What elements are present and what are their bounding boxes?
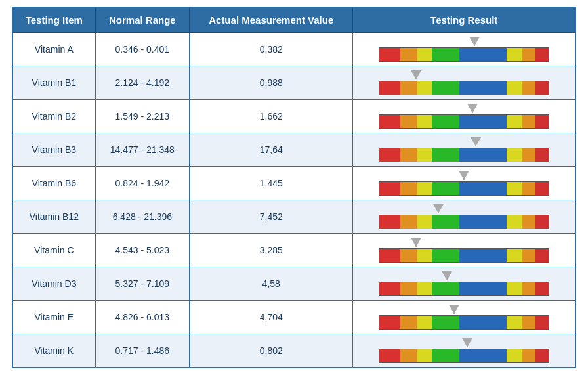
- testing-item-cell: Vitamin B2: [12, 100, 95, 133]
- normal-range-cell: 4.826 - 6.013: [95, 301, 189, 334]
- testing-item-cell: Vitamin K: [12, 334, 95, 368]
- result-bar: [379, 315, 549, 330]
- measurement-cell: 1,662: [190, 100, 353, 133]
- table-row: Vitamin D35.327 - 7.1094,58: [12, 267, 576, 301]
- column-header: Testing Result: [353, 7, 576, 33]
- testing-item-cell: Vitamin A: [12, 33, 95, 66]
- normal-range-cell: 0.346 - 0.401: [95, 33, 189, 66]
- normal-range-cell: 4.543 - 5.023: [95, 234, 189, 267]
- measurement-cell: 3,285: [190, 234, 353, 267]
- result-bar: [379, 215, 549, 229]
- table-row: Vitamin C4.543 - 5.0233,285: [12, 234, 576, 267]
- column-header: Normal Range: [95, 7, 189, 33]
- result-cell: [353, 33, 576, 66]
- result-bar: [379, 181, 549, 196]
- measurement-cell: 17,64: [190, 133, 353, 167]
- result-cell: [353, 267, 576, 301]
- column-header: Actual Measurement Value: [190, 7, 353, 33]
- table-row: Vitamin A0.346 - 0.4010,382: [12, 33, 576, 66]
- normal-range-cell: 6.428 - 21.396: [95, 200, 189, 234]
- result-bar: [379, 81, 549, 95]
- measurement-cell: 0,382: [190, 33, 353, 66]
- testing-item-cell: Vitamin B6: [12, 167, 95, 200]
- testing-item-cell: Vitamin D3: [12, 267, 95, 301]
- measurement-cell: 4,58: [190, 267, 353, 301]
- table-row: Vitamin K0.717 - 1.4860,802: [12, 334, 576, 368]
- normal-range-cell: 1.549 - 2.213: [95, 100, 189, 133]
- result-bar: [379, 148, 549, 162]
- normal-range-cell: 14.477 - 21.348: [95, 133, 189, 167]
- result-bar: [379, 282, 549, 296]
- result-bar: [379, 349, 549, 363]
- testing-item-cell: Vitamin B3: [12, 133, 95, 167]
- result-bar: [379, 248, 549, 263]
- result-cell: [353, 234, 576, 267]
- normal-range-cell: 2.124 - 4.192: [95, 66, 189, 100]
- table-row: Vitamin B21.549 - 2.2131,662: [12, 100, 576, 133]
- measurement-cell: 1,445: [190, 167, 353, 200]
- result-cell: [353, 167, 576, 200]
- result-cell: [353, 334, 576, 368]
- normal-range-cell: 0.824 - 1.942: [95, 167, 189, 200]
- result-bar: [379, 47, 549, 62]
- testing-item-cell: Vitamin C: [12, 234, 95, 267]
- testing-item-cell: Vitamin B12: [12, 200, 95, 234]
- normal-range-cell: 5.327 - 7.109: [95, 267, 189, 301]
- testing-item-cell: Vitamin B1: [12, 66, 95, 100]
- vitamins-table: Testing ItemNormal RangeActual Measureme…: [12, 7, 576, 368]
- normal-range-cell: 0.717 - 1.486: [95, 334, 189, 368]
- result-cell: [353, 301, 576, 334]
- measurement-cell: 4,704: [190, 301, 353, 334]
- table-row: Vitamin E4.826 - 6.0134,704: [12, 301, 576, 334]
- measurement-cell: 7,452: [190, 200, 353, 234]
- table-row: Vitamin B12.124 - 4.1920,988: [12, 66, 576, 100]
- result-cell: [353, 133, 576, 167]
- column-header: Testing Item: [12, 7, 95, 33]
- table-row: Vitamin B314.477 - 21.34817,64: [12, 133, 576, 167]
- result-cell: [353, 66, 576, 100]
- measurement-cell: 0,988: [190, 66, 353, 100]
- result-cell: [353, 200, 576, 234]
- result-cell: [353, 100, 576, 133]
- result-bar: [379, 114, 549, 129]
- table-row: Vitamin B60.824 - 1.9421,445: [12, 167, 576, 200]
- table-row: Vitamin B126.428 - 21.3967,452: [12, 200, 576, 234]
- measurement-cell: 0,802: [190, 334, 353, 368]
- testing-item-cell: Vitamin E: [12, 301, 95, 334]
